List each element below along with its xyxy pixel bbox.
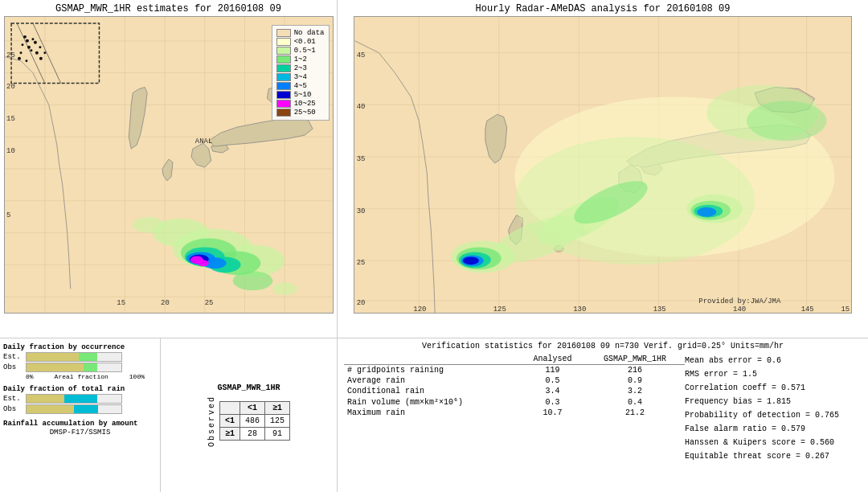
legend-510: 5~10 [276, 91, 325, 99]
left-map-area: GSMAP_MWR_1HR [4, 16, 334, 314]
bar-est1-fill [27, 353, 79, 361]
stat-corr: Correlation coeff = 0.571 [685, 381, 862, 395]
axis-mid: Areal fraction [55, 373, 108, 380]
svg-point-43 [19, 51, 22, 54]
bar-obs2-label: Obs [3, 405, 26, 413]
svg-point-60 [133, 217, 165, 233]
stats-right: Mean abs error = 0.6 RMS error = 1.5 Cor… [685, 354, 862, 463]
legend-area: No data <0.01 0.5~1 1~2 [272, 25, 330, 121]
svg-text:Provided by:JWA/JMA: Provided by:JWA/JMA [698, 297, 781, 305]
svg-text:30: 30 [357, 207, 366, 215]
legend-label-2550: 25~50 [294, 109, 316, 117]
svg-text:15: 15 [6, 115, 15, 123]
bar-est2-label: Est. [3, 395, 26, 403]
verif-row-rainvol-analysed: 0.3 [520, 396, 585, 408]
stat-freq-bias: Frequency bias = 1.815 [685, 395, 862, 408]
svg-text:15: 15 [841, 305, 850, 313]
stat-mean-abs: Mean abs error = 0.6 [685, 354, 862, 367]
legend-34: 3~4 [276, 73, 325, 81]
cont-header-ge1: ≥1 [265, 402, 290, 415]
svg-text:125: 125 [493, 305, 506, 313]
verif-row-maxrain-label: Maximum rain [344, 408, 520, 418]
legend-45: 4~5 [276, 82, 325, 90]
svg-text:25: 25 [204, 299, 213, 307]
top-row: GSMAP_MWR_1HR estimates for 20160108 09 … [0, 0, 868, 338]
chart2-title: Daily fraction of total rain [3, 385, 157, 393]
bar-obs2-container [26, 404, 122, 414]
bottom-row: Daily fraction by occurrence Est. Obs [0, 338, 868, 492]
verif-row-avgrain-analysed: 0.5 [520, 375, 585, 386]
bar-obs1-fill [27, 363, 84, 371]
cont-header-empty [219, 402, 240, 415]
bottom-middle-panel: GSMAP_MWR_1HR Observed <1 ≥1 <1 486 125 [161, 338, 338, 492]
stat-far: False alarm ratio = 0.579 [685, 422, 862, 436]
svg-point-109 [463, 256, 479, 264]
legend-label-001: <0.01 [294, 38, 316, 46]
svg-point-38 [31, 38, 34, 40]
svg-point-45 [25, 59, 27, 62]
right-map-svg: 45 40 35 30 25 20 120 125 130 135 140 14… [354, 17, 851, 313]
svg-text:45: 45 [357, 51, 366, 59]
bar-est1-label: Est. [3, 353, 26, 361]
svg-point-34 [23, 35, 26, 39]
svg-point-61 [232, 271, 272, 290]
legend-001: <0.01 [276, 38, 325, 46]
cont-row-lt1-label: <1 [219, 415, 240, 428]
bar-est1-container [26, 352, 122, 362]
svg-point-113 [697, 207, 716, 217]
axis-labels-1: 0% Areal fraction 100% [26, 373, 145, 380]
svg-text:120: 120 [413, 305, 426, 313]
legend-2550: 25~50 [276, 109, 325, 117]
svg-text:40: 40 [357, 103, 366, 111]
svg-point-46 [39, 57, 42, 60]
bar-est2-container [26, 394, 122, 404]
svg-text:20: 20 [6, 84, 15, 92]
svg-text:15: 15 [117, 299, 125, 307]
legend-label-23: 2~3 [294, 64, 307, 72]
contingency-table: <1 ≥1 <1 486 125 ≥1 28 91 [219, 401, 290, 441]
svg-point-36 [21, 43, 23, 46]
stat-hanssen: Hanssen & Kuipers score = 0.560 [685, 436, 862, 449]
verif-row-gridpoints-label: # gridpoints raining [344, 365, 520, 376]
cont-header-lt1: <1 [240, 402, 264, 415]
right-map-title: Hourly Radar-AMeDAS analysis for 2016010… [476, 0, 731, 16]
bottom-left-panel: Daily fraction by occurrence Est. Obs [0, 338, 161, 492]
legend-12: 1~2 [276, 55, 325, 64]
verif-row-rainvol-label: Rain volume (mm×km²×10⁶) [344, 396, 520, 408]
cont-cell-28: 28 [240, 428, 264, 441]
svg-point-42 [39, 46, 41, 48]
cont-cell-125: 125 [265, 415, 290, 428]
left-map-panel: GSMAP_MWR_1HR estimates for 20160108 09 … [0, 0, 338, 338]
svg-text:ANAL: ANAL [194, 137, 211, 146]
svg-point-35 [25, 39, 28, 43]
stat-equitable: Equitable threat score = 0.267 [685, 449, 862, 463]
svg-point-47 [43, 51, 46, 54]
verif-row-gridpoints-gsmap: 216 [585, 365, 685, 376]
verif-row-avgrain-label: Average rain [344, 375, 520, 386]
legend-label-0501: 0.5~1 [294, 47, 316, 55]
bar-chart-occurrence: Est. Obs 0% Areal fraction 1 [3, 351, 157, 380]
bar-row-est2: Est. [3, 394, 157, 404]
verif-title: Verification statistics for 20160108 09 … [344, 342, 862, 351]
cont-cell-91: 91 [265, 428, 290, 441]
cont-table-wrapper: Observed <1 ≥1 <1 486 125 ≥1 28 [207, 396, 290, 447]
legend-label-45: 4~5 [294, 82, 307, 90]
legend-1025: 10~25 [276, 100, 325, 108]
verif-col-analysed: Analysed [520, 354, 585, 365]
svg-text:145: 145 [801, 305, 814, 313]
verif-row-condrain-analysed: 3.4 [520, 386, 585, 396]
verif-stats-container: Analysed GSMAP_MWR_1HR # gridpoints rain… [344, 354, 862, 463]
svg-point-59 [197, 260, 208, 266]
svg-text:20: 20 [357, 299, 366, 307]
cont-row-ge1-label: ≥1 [219, 428, 240, 441]
svg-text:5: 5 [6, 211, 10, 219]
cont-cell-486: 486 [240, 415, 264, 428]
verif-right: Mean abs error = 0.6 RMS error = 1.5 Cor… [685, 354, 862, 463]
svg-text:20: 20 [161, 299, 170, 307]
svg-text:10: 10 [6, 147, 15, 155]
legend-label-no-data: No data [294, 29, 325, 37]
satellite-id-label: DMSP-F17/SSMIS [3, 428, 157, 437]
chart3-title: Rainfall accumulation by amount [3, 420, 157, 428]
bar-row-est1: Est. [3, 352, 157, 362]
verif-row-rainvol-gsmap: 0.4 [585, 396, 685, 408]
